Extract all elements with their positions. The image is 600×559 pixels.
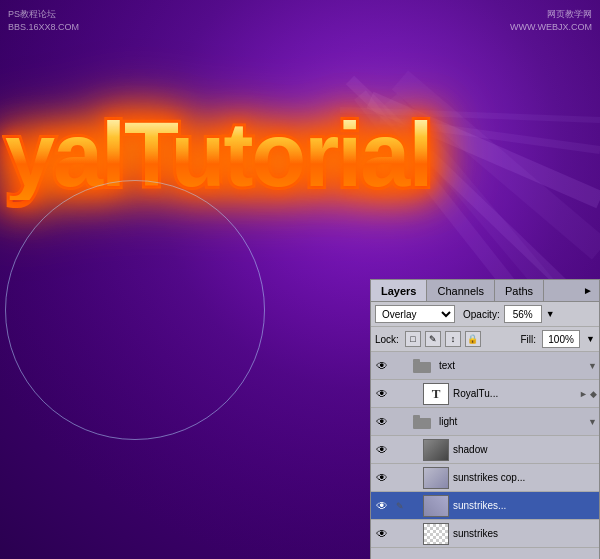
opacity-arrow[interactable]: ▼ <box>546 309 555 319</box>
fill-label: Fill: <box>521 334 537 345</box>
text-highlight: yalTutorial <box>5 110 431 200</box>
link-royaltu <box>393 387 407 401</box>
thumb-text-group <box>409 355 435 377</box>
tab-paths[interactable]: Paths <box>495 280 544 301</box>
visibility-sunstrikes-selected[interactable]: 👁 <box>373 497 391 515</box>
visibility-shadow[interactable]: 👁 <box>373 441 391 459</box>
thumb-light-group <box>409 411 435 433</box>
canvas: yalTutorial yalTutorial yalTutorial PS教程… <box>0 0 600 559</box>
layer-name-sunstrikes-selected: sunstrikes... <box>451 500 597 511</box>
layer-name-sunstrikes-cop: sunstrikes cop... <box>451 472 597 483</box>
tab-layers[interactable]: Layers <box>371 280 427 301</box>
layer-name-royaltu: RoyalTu... <box>451 388 577 399</box>
panel-header: Layers Channels Paths ► <box>371 280 599 302</box>
svg-rect-11 <box>413 415 420 419</box>
svg-rect-9 <box>413 359 420 363</box>
effects-arrow-royaltu[interactable]: ► <box>579 389 588 399</box>
blend-mode-select[interactable]: Overlay <box>375 305 455 323</box>
thumb-sunstrikes <box>423 523 449 545</box>
link-light-group <box>393 415 407 429</box>
tab-channels[interactable]: Channels <box>427 280 494 301</box>
thumb-shadow <box>423 439 449 461</box>
lock-icons: □ ✎ ↕ 🔒 <box>405 331 481 347</box>
blend-opacity-row: Overlay Opacity: ▼ <box>371 302 599 327</box>
layer-row-text-group[interactable]: 👁 text ▼ <box>371 352 599 380</box>
layer-row-sunstrikes-selected[interactable]: 👁 ✎ sunstrikes... <box>371 492 599 520</box>
link-text-group <box>393 359 407 373</box>
group-arrow-light[interactable]: ▼ <box>588 417 597 427</box>
link-shadow <box>393 443 407 457</box>
group-arrow-text[interactable]: ▼ <box>588 361 597 371</box>
layers-panel: Layers Channels Paths ► Overlay Opacity:… <box>370 279 600 559</box>
layer-name-shadow: shadow <box>451 444 597 455</box>
layers-list: 👁 text ▼ 👁 T RoyalTu... ► ◆ <box>371 352 599 559</box>
pencil-icon: ✎ <box>396 501 404 511</box>
link-sunstrikes-cop <box>393 471 407 485</box>
layer-row-shadow[interactable]: 👁 shadow <box>371 436 599 464</box>
panel-menu-icon[interactable]: ► <box>577 280 599 301</box>
opacity-input[interactable] <box>504 305 542 323</box>
layer-name-text-group: text <box>437 360 586 371</box>
visibility-royaltu[interactable]: 👁 <box>373 385 391 403</box>
lock-move-icon[interactable]: ↕ <box>445 331 461 347</box>
link-sunstrikes <box>393 527 407 541</box>
watermark-right: 网页教学网 WWW.WEBJX.COM <box>510 8 592 33</box>
lock-all-icon[interactable]: 🔒 <box>465 331 481 347</box>
svg-rect-10 <box>413 418 431 429</box>
opacity-label: Opacity: <box>463 309 500 320</box>
thumb-royaltu: T <box>423 383 449 405</box>
layer-row-light-group[interactable]: 👁 light ▼ <box>371 408 599 436</box>
visibility-sunstrikes-cop[interactable]: 👁 <box>373 469 391 487</box>
lock-transparent-icon[interactable]: □ <box>405 331 421 347</box>
fill-arrow[interactable]: ▼ <box>586 334 595 344</box>
layer-row-sunstrikes-cop[interactable]: 👁 sunstrikes cop... <box>371 464 599 492</box>
lock-fill-row: Lock: □ ✎ ↕ 🔒 Fill: ▼ <box>371 327 599 352</box>
thumb-sunstrikes-selected <box>423 495 449 517</box>
svg-rect-8 <box>413 362 431 373</box>
visibility-light-group[interactable]: 👁 <box>373 413 391 431</box>
layer-name-sunstrikes: sunstrikes <box>451 528 597 539</box>
lock-label: Lock: <box>375 334 399 345</box>
link-sunstrikes-selected: ✎ <box>393 499 407 513</box>
fill-input[interactable] <box>542 330 580 348</box>
layer-row-sunstrikes[interactable]: 👁 sunstrikes <box>371 520 599 548</box>
thumb-sunstrikes-cop <box>423 467 449 489</box>
layer-name-light-group: light <box>437 416 586 427</box>
visibility-text-group[interactable]: 👁 <box>373 357 391 375</box>
effects-badge-royaltu: ◆ <box>590 389 597 399</box>
lock-paint-icon[interactable]: ✎ <box>425 331 441 347</box>
layer-row-royaltu[interactable]: 👁 T RoyalTu... ► ◆ <box>371 380 599 408</box>
visibility-sunstrikes[interactable]: 👁 <box>373 525 391 543</box>
watermark-left: PS教程论坛 BBS.16XX8.COM <box>8 8 79 33</box>
circle-path <box>5 180 265 440</box>
